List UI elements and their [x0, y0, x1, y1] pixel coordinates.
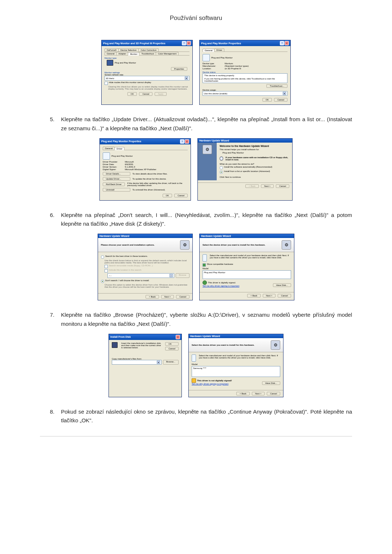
cancel-button[interactable]: Cancel: [267, 392, 280, 395]
help-icon[interactable]: ?: [180, 139, 184, 144]
ok-button[interactable]: OK: [165, 342, 179, 346]
monitor-icon: [103, 152, 110, 160]
titlebar: Hardware Update Wizard: [198, 139, 292, 143]
signing-link[interactable]: Tell me why driver signing is important: [192, 383, 232, 385]
chevron-down-icon[interactable]: ▾: [157, 361, 160, 364]
uninstall-button[interactable]: Uninstall: [103, 188, 130, 192]
driver-version-value: 5.1.2001.0: [125, 166, 135, 168]
tab-general[interactable]: General: [105, 52, 117, 55]
dialog-row-1: Plug and Play Monitor and 3D Prophet III…: [40, 40, 352, 105]
cancel-button[interactable]: Cancel: [274, 98, 287, 102]
have-disk-button[interactable]: Have Disk...: [273, 283, 291, 287]
not-signed-text: This driver is not digitally signed!: [197, 379, 232, 381]
tab-general[interactable]: General: [203, 49, 215, 52]
close-icon[interactable]: ×: [187, 41, 191, 45]
model-label: Model: [192, 363, 280, 365]
close-icon[interactable]: ×: [185, 139, 189, 144]
device-type-label: Device type:: [203, 62, 222, 65]
back-button[interactable]: < Back: [236, 392, 250, 395]
tab-geforce3[interactable]: GeForce3: [105, 48, 119, 52]
cancel-button[interactable]: Cancel: [174, 194, 188, 197]
dialog-install-from-disk: Install From Disk × Insert the manufactu…: [109, 334, 182, 397]
model-listbox[interactable]: Plug and Play Monitor: [203, 270, 291, 279]
troubleshoot-button[interactable]: Troubleshoot...: [266, 84, 287, 88]
manufacturer-value: (Standard monitor types): [225, 65, 249, 67]
dialog-row-3: Hardware Update Wizard Please choose you…: [40, 234, 352, 300]
tab-monitor[interactable]: Monitor: [128, 52, 139, 56]
refresh-rate-combo[interactable]: 60 Hertz ▾: [105, 76, 189, 81]
ok-button[interactable]: OK: [127, 92, 137, 96]
search-best-desc: Use the check boxes below to limit or ex…: [101, 259, 189, 264]
rollback-driver-button[interactable]: Roll Back Driver: [103, 182, 125, 186]
have-disk-button[interactable]: Have Disk...: [262, 381, 280, 385]
wizard-icon: ⚙: [282, 240, 291, 250]
titlebar: Hardware Update Wizard: [98, 234, 192, 238]
next-button[interactable]: Next >: [263, 294, 276, 297]
cancel-button[interactable]: Cancel: [278, 294, 291, 297]
tab-color-correction[interactable]: Color Correction: [138, 48, 159, 52]
uninstall-desc: To uninstall the driver (Advanced).: [132, 189, 166, 191]
tab-driver[interactable]: Driver: [214, 48, 224, 52]
location-label: Location:: [203, 67, 222, 70]
rollback-driver-desc: If the device fails after updating the d…: [127, 182, 188, 186]
dialog-hardware-wizard-select-driver: Hardware Update Wizard Select the device…: [199, 234, 294, 300]
checkbox-include-location: Include this location in the search:: [101, 269, 189, 272]
back-button[interactable]: < Back: [247, 294, 261, 297]
copy-path-combo[interactable]: ▾: [112, 360, 162, 365]
instruction-text: Insert the manufacturer's installation d…: [121, 342, 163, 349]
next-button[interactable]: Next >: [161, 295, 174, 299]
radio-dont-search[interactable]: Don't search. I will choose the driver t…: [101, 279, 189, 283]
close-icon[interactable]: ×: [176, 335, 180, 339]
location-value: on 3D Prophet III: [225, 67, 241, 70]
page-footer-rule: [40, 436, 352, 436]
checkbox-label: Search removable media (floppy, CD-ROM..…: [109, 264, 153, 267]
update-driver-button[interactable]: Update Driver...: [103, 177, 130, 181]
radio-auto-install[interactable]: Install the software automatically (Reco…: [220, 166, 289, 169]
close-icon[interactable]: ×: [285, 41, 289, 45]
tab-color-mgmt[interactable]: Color Management: [156, 52, 179, 55]
radio-search-best[interactable]: Search for the best driver in these loca…: [101, 255, 189, 259]
checkbox-compatible[interactable]: Show compatible hardware: [203, 263, 291, 267]
radio-from-list[interactable]: Install from a list or specific location…: [220, 170, 289, 174]
cancel-button[interactable]: Cancel: [165, 347, 179, 350]
driver-date-value: 6/6/2001: [125, 163, 133, 165]
device-usage-value: Use this device (enable): [204, 93, 227, 95]
step-number: 7.: [40, 311, 61, 329]
update-driver-desc: To update the driver for this device.: [132, 178, 166, 180]
tab-general[interactable]: General: [103, 147, 115, 150]
manufacturer-label: Manufacturer:: [203, 65, 222, 67]
help-icon[interactable]: ?: [182, 41, 186, 45]
signing-link[interactable]: Tell me why driver signing is important: [203, 285, 239, 287]
properties-button[interactable]: Properties: [171, 67, 187, 71]
ok-button[interactable]: OK: [163, 194, 172, 197]
tab-adapter[interactable]: Adapter: [116, 52, 128, 55]
tab-device-selection[interactable]: Device Selection: [118, 48, 139, 52]
next-button[interactable]: Next >: [252, 392, 265, 395]
ok-button[interactable]: OK: [262, 98, 272, 102]
back-button[interactable]: < Back: [146, 295, 159, 299]
warning-icon: [192, 378, 196, 383]
tabs-row1: GeForce3 Device Selection Color Correcti…: [105, 48, 189, 52]
list-item[interactable]: Samsung ****: [193, 367, 206, 369]
step-6: 6. Klepněte na přepínač „Don't search, I…: [40, 211, 352, 229]
wizard-question: What do you want the wizard to do?: [220, 163, 289, 165]
device-usage-combo[interactable]: Use this device (enable) ▾: [203, 91, 287, 96]
wizard-icon: ⚙: [180, 240, 189, 250]
tab-troubleshoot[interactable]: Troubleshoot: [139, 52, 156, 55]
chevron-down-icon[interactable]: ▾: [283, 92, 286, 95]
help-icon[interactable]: ?: [280, 41, 284, 45]
model-listbox[interactable]: Samsung ****: [192, 366, 280, 377]
chevron-down-icon[interactable]: ▾: [185, 77, 188, 80]
hide-modes-checkbox[interactable]: Hide modes that this monitor cannot disp…: [105, 81, 189, 85]
step-5: 5. Klepněte na tlačítko „Update Driver..…: [40, 115, 352, 133]
cancel-button[interactable]: Cancel: [139, 92, 152, 96]
cancel-button[interactable]: Cancel: [176, 295, 189, 299]
driver-details-button[interactable]: Driver Details...: [103, 172, 130, 176]
next-button[interactable]: Next >: [261, 184, 274, 188]
tab-driver[interactable]: Driver: [114, 147, 124, 150]
browse-button[interactable]: Browse...: [163, 360, 179, 365]
list-item[interactable]: Plug and Play Monitor: [204, 271, 225, 274]
cancel-button[interactable]: Cancel: [276, 184, 289, 188]
radio-label: Search for the best driver in these loca…: [105, 255, 148, 257]
device-type-value: Monitors: [225, 62, 233, 65]
